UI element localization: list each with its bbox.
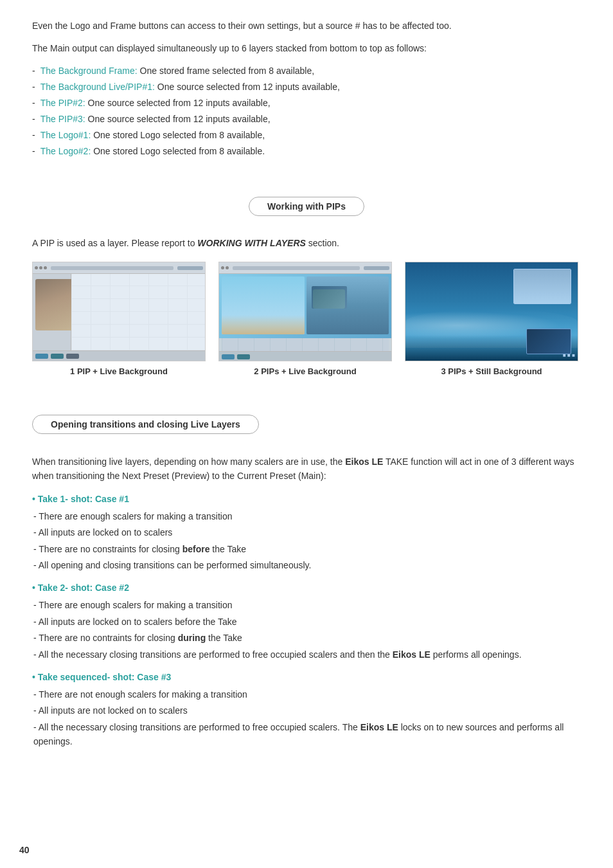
img3-label: ■ ■ ■ xyxy=(563,352,575,358)
layer-label: The Background Live/PIP#1: xyxy=(40,82,155,92)
layer-text: One source selected from 12 inputs avail… xyxy=(85,98,271,108)
pip-image-1 xyxy=(32,262,206,361)
img3-pip2 xyxy=(526,329,571,354)
layer-label: The Background Frame: xyxy=(40,66,138,76)
image-caption-3: 3 PIPs + Still Background xyxy=(441,366,542,376)
image-item-2: 2 PIPs + Live Background xyxy=(218,262,392,376)
img1-dot xyxy=(39,266,42,269)
list-item: - The Logo#1: One stored Logo selected f… xyxy=(32,129,581,142)
case-2: • Take 2- shot: Case #2 - There are enou… xyxy=(32,583,581,662)
img2-grid-area xyxy=(219,338,391,351)
list-item: - The PIP#2: One source selected from 12… xyxy=(32,96,581,110)
opening-transitions-header: Opening transitions and closing Live Lay… xyxy=(32,415,259,434)
transitions-intro: When transitioning live layers, dependin… xyxy=(32,455,581,484)
img3-pip-inner xyxy=(514,269,571,303)
list-dash: - xyxy=(32,96,35,110)
layer-text: One stored Logo selected from 8 availabl… xyxy=(91,130,265,140)
layer-label: The Logo#2: xyxy=(40,146,91,156)
working-with-pips-header-container: Working with PIPs xyxy=(32,183,581,226)
working-with-pips-header: Working with PIPs xyxy=(249,197,364,216)
intro-line1: Even the Logo and Frame buttons can acce… xyxy=(32,19,581,33)
page-number: 40 xyxy=(19,845,30,855)
layer-label: The PIP#3: xyxy=(40,114,85,124)
case-1-item-1: - All inputs are locked on to scalers xyxy=(32,525,581,539)
list-dash: - xyxy=(32,145,35,158)
list-dash: - xyxy=(32,64,35,78)
list-item: - The PIP#3: One source selected from 12… xyxy=(32,113,581,126)
list-dash: - xyxy=(32,113,35,126)
case-1-item-2: - There are no constraints for closing b… xyxy=(32,542,581,556)
layer-label: The PIP#2: xyxy=(40,98,85,108)
img1-toolbar xyxy=(33,262,205,274)
img2-pips xyxy=(219,274,391,338)
img1-bottom xyxy=(33,350,205,361)
list-item: - The Background Live/PIP#1: One source … xyxy=(32,80,581,94)
img1-btn2 xyxy=(51,354,64,359)
case-1-item-0: - There are enough scalers for making a … xyxy=(32,509,581,523)
img1-dot xyxy=(35,266,38,269)
layer-text: One source selected from 12 inputs avail… xyxy=(85,114,271,124)
case-3: • Take sequenced- shot: Case #3 - There … xyxy=(32,672,581,749)
case-1-header: • Take 1- shot: Case #1 xyxy=(32,494,581,504)
image-caption-2: 2 PIPs + Live Background xyxy=(254,366,356,376)
intro-line2: The Main output can displayed simultaneo… xyxy=(32,42,581,55)
list-dash: - xyxy=(32,129,35,142)
list-item: - The Background Frame: One stored frame… xyxy=(32,64,581,78)
image-item-3: ■ ■ ■ 3 PIPs + Still Background xyxy=(405,262,578,376)
layer-text: One stored frame selected from 8 availab… xyxy=(138,66,314,76)
img2-btn xyxy=(222,354,235,359)
img2-btn2 xyxy=(237,354,250,359)
list-dash: - xyxy=(32,80,35,94)
img2-sky1 xyxy=(222,276,305,334)
pip-images-row: 1 PIP + Live Background xyxy=(32,262,581,376)
layers-list: - The Background Frame: One stored frame… xyxy=(32,64,581,158)
pip-image-3: ■ ■ ■ xyxy=(405,262,578,361)
img2-toolbar xyxy=(219,262,391,274)
img1-sidebar xyxy=(33,274,71,350)
img1-btn3 xyxy=(66,354,79,359)
pip-intro-text: A PIP is used as a layer. Please report … xyxy=(32,237,581,250)
layer-text: One stored Logo selected from 8 availabl… xyxy=(91,146,265,156)
pip-image-2 xyxy=(218,262,392,361)
case-3-item-0: - There are not enough scalers for makin… xyxy=(32,687,581,701)
image-item-1: 1 PIP + Live Background xyxy=(32,262,206,376)
layer-text: One source selected from 12 inputs avail… xyxy=(155,82,340,92)
list-item: - The Logo#2: One stored Logo selected f… xyxy=(32,145,581,158)
img2-dot xyxy=(221,266,224,269)
case-1-item-3: - All opening and closing transitions ca… xyxy=(32,558,581,572)
case-2-header: • Take 2- shot: Case #2 xyxy=(32,583,581,593)
case-3-header: • Take sequenced- shot: Case #3 xyxy=(32,672,581,682)
img2-bottom xyxy=(219,351,391,361)
img2-dot xyxy=(226,266,229,269)
case-2-item-0: - There are enough scalers for making a … xyxy=(32,598,581,612)
img3-wave: ■ ■ ■ xyxy=(405,262,578,361)
img2-sky2 xyxy=(306,276,389,334)
img1-grid xyxy=(71,274,205,350)
img1-body xyxy=(33,274,205,350)
case-3-item-1: - All inputs are not locked on to scaler… xyxy=(32,703,581,718)
case-2-item-1: - All inputs are locked on to scalers be… xyxy=(32,615,581,629)
layer-label: The Logo#1: xyxy=(40,130,91,140)
case-3-item-2: - All the necessary closing transitions … xyxy=(32,720,581,749)
image-caption-1: 1 PIP + Live Background xyxy=(70,366,168,376)
img3-pip xyxy=(513,269,571,304)
case-2-item-2: - There are no contraints for closing du… xyxy=(32,631,581,645)
opening-transitions-header-container: Opening transitions and closing Live Lay… xyxy=(32,401,581,444)
img1-btn xyxy=(35,354,48,359)
case-2-item-3: - All the necessary closing transitions … xyxy=(32,647,581,662)
case-1: • Take 1- shot: Case #1 - There are enou… xyxy=(32,494,581,573)
img1-dot xyxy=(44,266,47,269)
